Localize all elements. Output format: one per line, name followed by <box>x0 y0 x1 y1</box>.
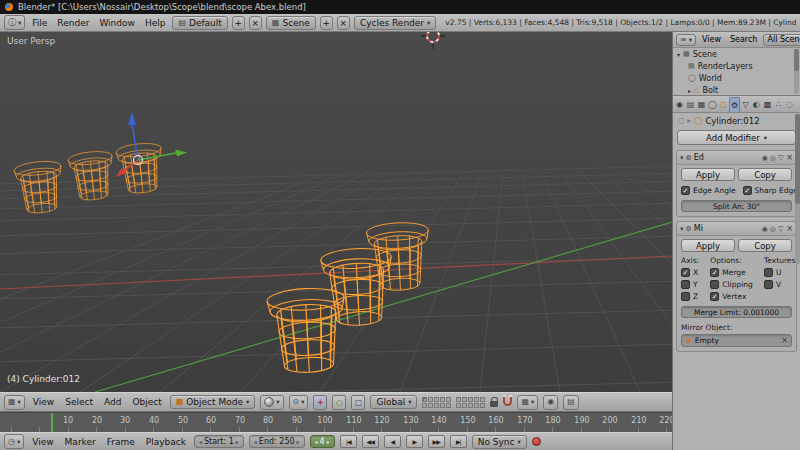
panel-expand-icon[interactable]: ▾ <box>680 154 684 162</box>
menu-render[interactable]: Render <box>54 18 92 28</box>
merge-checkbox[interactable]: ✓ Merge <box>710 268 764 277</box>
tab-object[interactable]: ◻ <box>718 97 729 112</box>
play-reverse-button[interactable]: ◀ <box>384 435 401 448</box>
timeline-playhead[interactable] <box>51 413 53 432</box>
axis-x-checkbox[interactable]: ✓ X <box>681 268 710 277</box>
outliner-scrollbar[interactable] <box>794 49 799 94</box>
mode-dropdown[interactable]: ■ Object Mode ▾ <box>170 395 256 409</box>
texture-v-checkbox[interactable]: V <box>764 280 792 289</box>
checkbox-box[interactable] <box>681 280 690 289</box>
stepper-right-icon[interactable]: ▸ <box>327 438 330 445</box>
close-layout-button[interactable]: × <box>249 16 262 30</box>
texture-u-checkbox[interactable]: U <box>764 268 792 277</box>
clipping-checkbox[interactable]: Clipping <box>710 280 764 289</box>
copy-button[interactable]: Copy <box>738 239 792 252</box>
jump-to-end-button[interactable]: ▶| <box>450 435 467 448</box>
menu-view[interactable]: View <box>30 397 57 407</box>
modifier-header[interactable]: ▾ ⚙ Ed ◉ ◎ ▽ × <box>677 151 796 165</box>
outliner-item-scene[interactable]: ▾ ▦ Scene <box>673 48 800 60</box>
snap-magnet-icon[interactable] <box>503 397 512 406</box>
tab-physics[interactable]: ◌ <box>784 97 795 112</box>
collapse-icon[interactable]: ▸ <box>688 87 691 94</box>
pivot-dropdown[interactable]: ⊙ ▾ <box>289 395 309 410</box>
sharp-edges-checkbox[interactable]: ✓ Sharp Edges <box>743 186 800 195</box>
tab-texture[interactable]: ▩ <box>762 97 773 112</box>
layers-widget-right[interactable] <box>456 397 485 408</box>
tab-particles[interactable]: ∴ <box>773 97 784 112</box>
menu-object[interactable]: Object <box>129 397 164 407</box>
cylinder-object-1[interactable] <box>14 159 66 215</box>
lock-icon[interactable] <box>490 401 498 407</box>
jump-to-start-button[interactable]: |◀ <box>340 435 357 448</box>
viewport-canvas[interactable] <box>0 32 672 392</box>
merge-limit-field[interactable]: Merge Limit: 0.001000 <box>681 306 792 318</box>
opengl-render-anim-button[interactable]: ▤ <box>563 395 579 410</box>
menu-search[interactable]: Search <box>727 35 760 44</box>
menu-window[interactable]: Window <box>96 18 138 28</box>
stepper-left-icon[interactable]: ◂ <box>254 438 257 445</box>
tab-render[interactable]: ◉ <box>674 97 685 112</box>
outliner-item-renderlayers[interactable]: ▤ RenderLayers <box>673 60 800 72</box>
vertex-checkbox[interactable]: ✓ Vertex <box>710 292 764 301</box>
outliner-item-bolt[interactable]: ▸ △ Bolt <box>673 84 800 96</box>
tab-modifiers[interactable]: ⚙ <box>729 97 740 112</box>
panel-expand-icon[interactable]: ▾ <box>680 225 684 233</box>
add-scene-button[interactable]: + <box>320 16 333 30</box>
apply-button[interactable]: Apply <box>681 168 735 181</box>
modifier-render-toggle[interactable]: ◉ <box>762 225 768 233</box>
modifier-edit-toggle[interactable]: ▽ <box>778 225 783 233</box>
copy-button[interactable]: Copy <box>738 168 792 181</box>
menu-playback[interactable]: Playback <box>143 437 189 447</box>
record-button[interactable] <box>532 437 541 446</box>
cylinder-object-2[interactable] <box>67 150 116 202</box>
stepper-right-icon[interactable]: ▸ <box>297 438 300 445</box>
tab-render-layers[interactable]: ▤ <box>685 97 696 112</box>
menu-frame[interactable]: Frame <box>104 437 138 447</box>
manipulator-scale-button[interactable]: □ <box>351 395 365 410</box>
axis-y-checkbox[interactable]: Y <box>681 280 710 289</box>
manipulator-rotate-button[interactable]: ○ <box>332 395 346 410</box>
outliner-editor-type-button[interactable]: ≡ ▾ <box>676 34 696 46</box>
snap-element-dropdown[interactable]: ▦ ▾ <box>517 395 538 410</box>
opengl-render-still-button[interactable]: ◉ <box>543 395 558 410</box>
menu-view[interactable]: View <box>29 437 56 447</box>
checkbox-box[interactable] <box>681 292 690 301</box>
modifier-render-toggle[interactable]: ◉ <box>762 154 768 162</box>
close-scene-button[interactable]: × <box>337 16 350 30</box>
scene-dropdown[interactable]: ▦ Scene <box>266 16 316 30</box>
end-frame-field[interactable]: ◂ End: 250 ▸ <box>249 435 305 448</box>
play-button[interactable]: ▶ <box>406 435 423 448</box>
menu-file[interactable]: File <box>29 18 50 28</box>
tab-data[interactable]: ▽ <box>740 97 751 112</box>
split-angle-slider[interactable]: Split An: 30° <box>681 200 792 212</box>
tab-scene[interactable]: ▦ <box>696 97 707 112</box>
add-modifier-button[interactable]: Add Modifier ▾ <box>677 130 796 145</box>
apply-button[interactable]: Apply <box>681 239 735 252</box>
stepper-right-icon[interactable]: ▸ <box>236 438 239 445</box>
checkbox-box[interactable]: ✓ <box>710 292 719 301</box>
modifier-visibility-toggle[interactable]: ◎ <box>770 154 776 162</box>
clear-object-button[interactable]: × <box>781 336 788 345</box>
modifier-header[interactable]: ▾ ⚙ Mi ◉ ◎ ▽ × <box>677 222 796 236</box>
next-keyframe-button[interactable]: ▶▶ <box>428 435 445 448</box>
axis-z-checkbox[interactable]: Z <box>681 292 710 301</box>
render-engine-dropdown[interactable]: Cycles Render ▾ <box>354 16 436 30</box>
checkbox-box[interactable] <box>764 268 773 277</box>
menu-add[interactable]: Add <box>101 397 124 407</box>
modifier-close-button[interactable]: × <box>786 224 793 233</box>
cylinder-object-4[interactable] <box>266 287 347 375</box>
properties-scrollbar[interactable] <box>795 114 800 264</box>
start-frame-field[interactable]: ◂ Start: 1 ▸ <box>194 435 244 448</box>
timeline-ruler[interactable]: 10 20 30 40 50 60 70 80 90 100 110 120 1… <box>0 412 672 432</box>
manipulator-translate-button[interactable]: + <box>313 395 327 410</box>
checkbox-box[interactable]: ✓ <box>681 186 690 195</box>
menu-select[interactable]: Select <box>62 397 96 407</box>
sync-dropdown[interactable]: No Sync ▾ <box>472 435 527 449</box>
checkbox-box[interactable]: ✓ <box>681 268 690 277</box>
expand-icon[interactable]: ▾ <box>677 51 680 58</box>
screen-layout-dropdown[interactable]: ▤ Default <box>172 16 227 30</box>
current-frame-field[interactable]: ◂ 4 ▸ <box>310 435 335 448</box>
modifier-visibility-toggle[interactable]: ◎ <box>770 225 776 233</box>
checkbox-box[interactable] <box>710 280 719 289</box>
outliner-item-world[interactable]: ◯ World <box>673 72 800 84</box>
